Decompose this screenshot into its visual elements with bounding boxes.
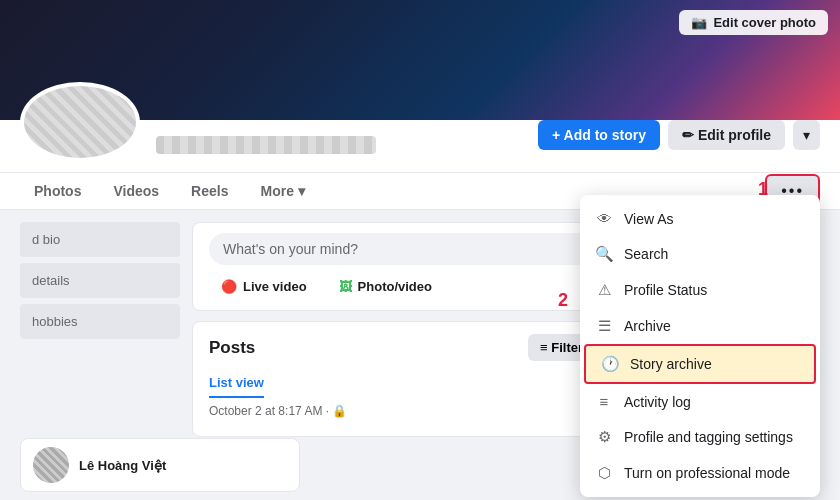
dropdown-item-icon: ⬡ [594,464,614,482]
dropdown-item-profile-status[interactable]: ⚠Profile Status [580,272,820,308]
profile-card: Lê Hoàng Việt [20,438,300,492]
dropdown-item-activity-log[interactable]: ≡Activity log [580,384,820,419]
mini-avatar [33,447,69,483]
dropdown-item-label: View As [624,211,674,227]
nav-item-videos[interactable]: Videos [99,173,173,209]
profile-dropdown-button[interactable]: ▾ [793,120,820,150]
dropdown-item-label: Turn on professional mode [624,465,790,481]
dropdown-menu: 2 👁View As🔍Search⚠Profile Status☰Archive… [580,195,820,497]
dropdown-item-story-archive[interactable]: 🕐Story archive [584,344,816,384]
name-placeholder [156,136,376,154]
dropdown-item-label: Profile Status [624,282,707,298]
dropdown-item-icon: ⚙ [594,428,614,446]
media-actions: 🔴 Live video 🖼 Photo/video [209,273,595,300]
dropdown-item-turn-on-professional-mode[interactable]: ⬡Turn on professional mode [580,455,820,491]
profile-section: + Add to story ✏ Edit profile ▾ [0,120,840,173]
dropdown-item-label: Search [624,246,668,262]
photo-video-button[interactable]: 🖼 Photo/video [327,273,444,300]
dropdown-item-archive[interactable]: ☰Archive [580,308,820,344]
add-to-story-button[interactable]: + Add to story [538,120,660,150]
dropdown-item-icon: ⚠ [594,281,614,299]
posts-section: Posts ≡ Filter List view October 2 at 8:… [192,321,612,437]
sidebar-item-details[interactable]: details [20,263,180,298]
camera-icon: 📷 [691,15,707,30]
nav-item-more[interactable]: More ▾ [246,173,318,209]
dropdown-item-search[interactable]: 🔍Search [580,236,820,272]
annotation-2-label: 2 [558,290,568,311]
profile-actions: + Add to story ✏ Edit profile ▾ [538,120,820,162]
nav-item-photos[interactable]: Photos [20,173,95,209]
whats-on-mind-input[interactable]: What's on your mind? [209,233,595,265]
posts-header: Posts ≡ Filter [209,334,595,361]
dropdown-item-label: Story archive [630,356,712,372]
profile-name: Lê Hoàng Việt [79,458,166,473]
avatar [20,82,140,162]
live-video-button[interactable]: 🔴 Live video [209,273,319,300]
center-feed: What's on your mind? 🔴 Live video 🖼 Phot… [192,222,612,458]
nav-item-reels[interactable]: Reels [177,173,242,209]
sidebar-item-hobbies[interactable]: hobbies [20,304,180,339]
chevron-down-icon: ▾ [298,183,305,199]
dropdown-item-icon: 🔍 [594,245,614,263]
post-date: October 2 at 8:17 AM · 🔒 [209,398,595,424]
profile-left [20,122,376,162]
dropdown-item-profile-and-tagging-settings[interactable]: ⚙Profile and tagging settings [580,419,820,455]
whats-on-mind-box: What's on your mind? 🔴 Live video 🖼 Phot… [192,222,612,311]
dropdown-item-label: Archive [624,318,671,334]
dropdown-item-icon: 🕐 [600,355,620,373]
live-video-icon: 🔴 [221,279,237,294]
dropdown-item-icon: 👁 [594,210,614,227]
edit-cover-button[interactable]: 📷 Edit cover photo [679,10,828,35]
dropdown-item-view-as[interactable]: 👁View As [580,201,820,236]
list-view-tab[interactable]: List view [209,369,264,398]
dropdown-item-icon: ≡ [594,393,614,410]
dropdown-item-label: Activity log [624,394,691,410]
posts-title: Posts [209,338,255,358]
photo-video-icon: 🖼 [339,279,352,294]
dropdown-item-label: Profile and tagging settings [624,429,793,445]
dropdown-item-icon: ☰ [594,317,614,335]
edit-profile-button[interactable]: ✏ Edit profile [668,120,785,150]
left-sidebar: d bio details hobbies [20,222,180,458]
sidebar-item-bio[interactable]: d bio [20,222,180,257]
